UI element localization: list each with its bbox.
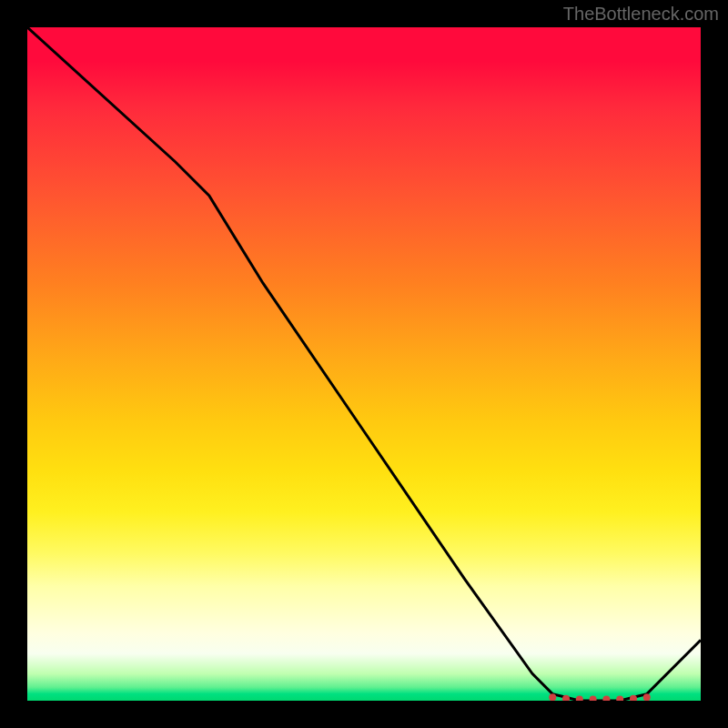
chart-marker (643, 693, 651, 701)
chart-svg (27, 27, 701, 701)
chart-marker (576, 696, 583, 702)
chart-plot-area (27, 27, 701, 701)
chart-marker (602, 696, 610, 702)
chart-marker (590, 696, 597, 702)
watermark-text: TheBottleneck.com (563, 4, 719, 25)
chart-marker (616, 696, 623, 702)
chart-line (27, 27, 701, 701)
chart-marker (549, 693, 556, 701)
